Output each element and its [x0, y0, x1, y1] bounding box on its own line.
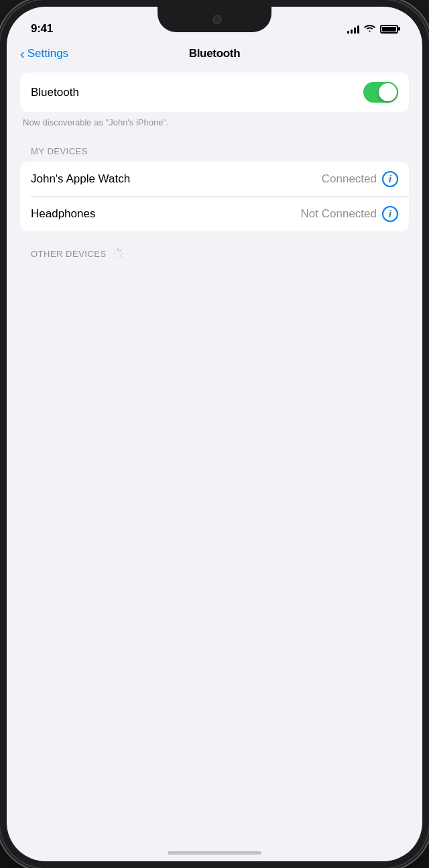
my-devices-list: John's Apple Watch Connected i Headphone…: [20, 162, 409, 231]
bluetooth-toggle-section: Bluetooth: [20, 72, 409, 112]
device-status-apple-watch: Connected: [322, 172, 377, 186]
svg-rect-3: [113, 253, 115, 254]
info-button-apple-watch[interactable]: i: [382, 171, 398, 187]
svg-rect-6: [119, 254, 122, 257]
status-icons: [347, 23, 398, 34]
nav-bar: ‹ Settings Bluetooth: [7, 42, 422, 68]
svg-rect-1: [117, 256, 119, 259]
bluetooth-label: Bluetooth: [31, 86, 79, 99]
back-button[interactable]: ‹ Settings: [20, 47, 68, 60]
other-devices-label: OTHER DEVICES: [31, 249, 107, 259]
svg-rect-2: [121, 253, 123, 254]
svg-rect-4: [119, 249, 121, 252]
info-button-headphones[interactable]: i: [382, 206, 398, 222]
discoverable-text: Now discoverable as "John's iPhone".: [20, 117, 409, 135]
notch: [158, 7, 271, 32]
phone-frame: 9:41: [0, 0, 429, 868]
home-indicator: [168, 851, 261, 855]
signal-icon: [347, 25, 359, 34]
svg-rect-0: [117, 248, 119, 251]
status-time: 9:41: [31, 22, 53, 36]
device-name-apple-watch: John's Apple Watch: [31, 172, 130, 186]
device-row-headphones: Headphones Not Connected i: [20, 197, 409, 231]
svg-rect-5: [113, 255, 115, 258]
svg-rect-7: [113, 248, 116, 251]
device-status-group-headphones: Not Connected i: [301, 206, 398, 222]
other-devices-header-row: OTHER DEVICES: [20, 237, 409, 265]
loading-spinner-icon: [112, 248, 124, 260]
device-status-headphones: Not Connected: [301, 207, 377, 221]
device-row-apple-watch: John's Apple Watch Connected i: [20, 162, 409, 197]
device-status-group-apple-watch: Connected i: [322, 171, 398, 187]
bluetooth-toggle[interactable]: [363, 82, 398, 103]
device-name-headphones: Headphones: [31, 207, 95, 221]
screen: 9:41: [7, 7, 422, 861]
wifi-icon: [364, 23, 375, 34]
content-area: Bluetooth Now discoverable as "John's iP…: [7, 68, 422, 265]
back-button-label: Settings: [27, 47, 68, 60]
toggle-knob: [379, 83, 397, 101]
my-devices-header: MY DEVICES: [20, 135, 409, 162]
back-chevron-icon: ‹: [20, 47, 25, 60]
camera-dot: [212, 15, 222, 24]
page-title: Bluetooth: [189, 47, 241, 60]
bluetooth-toggle-row: Bluetooth: [31, 72, 398, 112]
battery-icon: [380, 25, 398, 34]
